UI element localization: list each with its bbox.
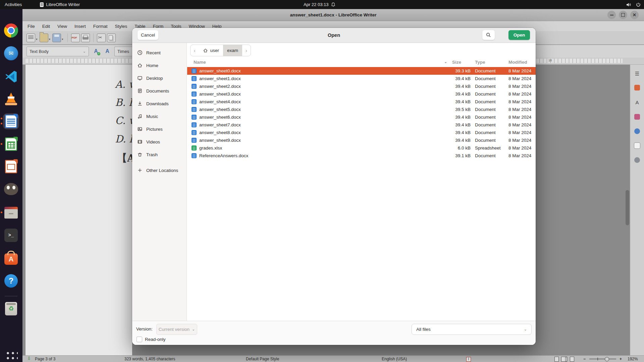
view-layout-buttons[interactable] [554,357,576,362]
dock-gimp-icon[interactable] [3,181,19,197]
file-row[interactable]: grades.xlsx 6.0 kB Spreadsheet 8 Mar 202… [187,144,536,152]
vertical-scrollbar[interactable] [626,190,629,225]
sidebar-item-downloads[interactable]: Downloads [132,97,186,110]
column-header-size[interactable]: Size [452,60,461,65]
inspector-icon[interactable] [633,156,641,164]
save-status-icon[interactable]: ⇩ [27,356,31,361]
menu-item[interactable]: Edit [39,24,54,29]
file-row[interactable]: answer_sheet6.docx 39.4 kB Document 8 Ma… [187,113,536,121]
dock-ubuntu-software-icon[interactable]: A [3,250,19,266]
file-row[interactable]: answer_sheet1.docx 39.4 kB Document 8 Ma… [187,75,536,82]
save-button[interactable] [52,34,61,42]
sidebar-item-other-locations[interactable]: Other Locations [132,164,186,177]
checkbox-box[interactable] [137,337,142,342]
dock-help-icon[interactable]: ? [3,273,19,289]
sidebar-item-home[interactable]: Home [132,59,186,72]
language-selector[interactable]: English (USA) [382,357,407,361]
zoom-out-button[interactable]: − [583,357,586,361]
version-combo[interactable]: Current version ⌄ [156,324,197,335]
update-style-button[interactable]: A+ [92,47,100,56]
file-row[interactable]: answer_sheet7.docx 39.4 kB Document 8 Ma… [187,121,536,129]
breadcrumb-current[interactable]: exam [223,45,242,56]
zoom-level[interactable]: 192% [628,357,638,361]
cancel-button[interactable]: Cancel [138,30,158,40]
clock-menu[interactable]: Apr 22 03:13 [304,0,335,9]
print-button[interactable] [81,34,90,42]
readonly-checkbox[interactable]: Read-only [137,337,166,342]
maximize-button[interactable] [619,11,627,19]
menu-item[interactable]: View [54,24,71,29]
styles-icon[interactable]: A [633,98,641,107]
system-status-area[interactable] [626,0,641,9]
sidebar-item-trash[interactable]: Trash [132,148,186,161]
dock-chrome-icon[interactable] [3,22,19,39]
paragraph-style-combo[interactable]: Text Body ⌄ [26,47,89,56]
file-row[interactable]: answer_sheet5.docx 39.5 kB Document 8 Ma… [187,106,536,113]
document-page[interactable]: A. wr B. ha C. wo D. ha 【An [25,65,132,355]
breadcrumb-back-icon[interactable]: ‹ [191,45,199,56]
sort-indicator-icon[interactable]: ⌄ [444,60,447,64]
menu-item[interactable]: Format [90,24,111,29]
breadcrumb-forward-icon[interactable]: › [242,45,251,56]
sidebar-item-recent[interactable]: Recent [132,46,186,59]
file-row[interactable]: answer_sheet8.docx 39.4 kB Document 8 Ma… [187,129,536,136]
open-button[interactable] [40,34,48,42]
file-row[interactable]: answer_sheet2.docx 39.4 kB Document 8 Ma… [187,82,536,90]
cut-button[interactable] [97,34,106,42]
window-titlebar[interactable]: answer_sheet1.docx - LibreOffice Writer … [22,9,644,21]
book-view-icon[interactable] [570,357,574,362]
selection-mode-icon[interactable]: I [466,357,471,362]
menu-item[interactable]: Styles [111,24,131,29]
dock-vscode-icon[interactable] [3,68,19,84]
minimize-button[interactable] [607,11,616,19]
open-dropdown-icon[interactable]: ▾ [49,38,51,41]
word-count[interactable]: 323 words, 1,405 characters [124,357,175,361]
new-style-button[interactable]: A [103,47,112,56]
show-applications-button[interactable] [3,348,19,362]
sidebar-item-documents[interactable]: Documents [132,84,186,97]
menu-item[interactable]: File [24,24,39,29]
breadcrumb-home[interactable]: user [199,45,223,56]
column-header-name[interactable]: Name [194,60,206,65]
dock-thunderbird-icon[interactable]: ✉ [3,45,19,61]
activities-button[interactable]: Activities [0,0,26,9]
dock-calc-icon[interactable] [3,136,19,152]
search-button[interactable] [482,30,495,40]
open-confirm-button[interactable]: Open [508,30,530,40]
page-style[interactable]: Default Page Style [246,357,279,361]
zoom-slider-thumb[interactable] [605,357,609,361]
dock-files-icon[interactable] [3,204,19,221]
new-document-button[interactable] [26,34,35,42]
dock-writer-icon[interactable] [3,113,19,129]
gallery-icon[interactable] [633,113,641,121]
file-filter-combo[interactable]: All files ⌄ [412,324,532,335]
page-count[interactable]: Page 3 of 3 [35,357,55,361]
column-header-type[interactable]: Type [475,60,485,65]
file-row[interactable]: answer_sheet3.docx 39.4 kB Document 8 Ma… [187,90,536,98]
export-pdf-button[interactable] [71,34,80,42]
zoom-slider[interactable] [589,359,616,359]
column-header-modified[interactable]: Modified [508,60,527,65]
save-dropdown-icon[interactable]: ▾ [62,38,63,41]
dock-vlc-icon[interactable] [3,90,19,107]
file-row[interactable]: answer_sheet9.docx 39.4 kB Document 8 Ma… [187,136,536,144]
navigator-icon[interactable] [633,127,641,135]
new-dropdown-icon[interactable]: ▾ [36,38,38,41]
multi-page-view-icon[interactable] [561,357,566,362]
topbar-app-menu[interactable]: LibreOffice Writer [40,2,80,7]
single-page-view-icon[interactable] [554,357,559,362]
file-row[interactable]: answer_sheet0.docx 39.3 kB Document 8 Ma… [187,67,536,75]
zoom-in-button[interactable]: + [620,357,622,361]
sidebar-item-pictures[interactable]: Pictures [132,123,186,135]
copy-button[interactable] [107,34,116,42]
page-deck-icon[interactable] [633,141,641,150]
menu-item[interactable]: Insert [71,24,90,29]
sidebar-item-videos[interactable]: Videos [132,135,186,148]
dock-impress-icon[interactable] [3,159,19,175]
sidebar-item-music[interactable]: Music [132,110,186,123]
file-row[interactable]: answer_sheet4.docx 39.4 kB Document 8 Ma… [187,98,536,106]
properties-icon[interactable] [633,83,641,92]
file-row[interactable]: ReferenceAnswers.docx 39.1 kB Document 8… [187,152,536,160]
dock-terminal-icon[interactable]: >_ [3,227,19,243]
sidebar-item-desktop[interactable]: Desktop [132,72,186,84]
